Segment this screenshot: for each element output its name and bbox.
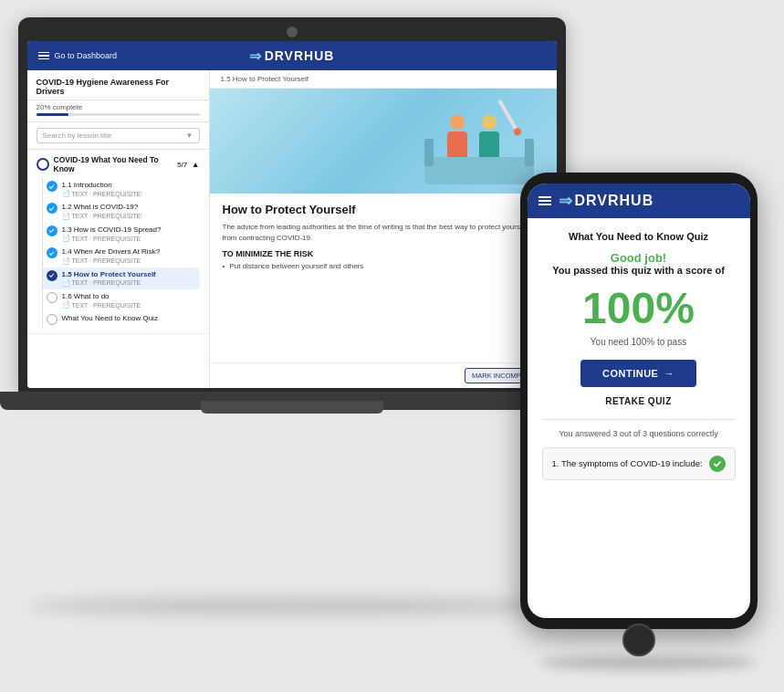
laptop-sidebar: COVID-19 Hygiene Awareness For Drivers 2… xyxy=(27,70,210,388)
lesson-meta: 📄 TEXT · PREREQUISITE xyxy=(62,257,200,265)
list-item: Put distance between yourself and others xyxy=(223,262,544,270)
lesson-info: 1.5 How to Protect Yourself 📄 TEXT · PRE… xyxy=(62,270,200,287)
lesson-meta: 📄 TEXT · PREREQUISITE xyxy=(62,235,200,242)
lesson-check-icon xyxy=(47,181,57,192)
lesson-title: 1.1 Introduction xyxy=(62,181,200,190)
main-content-area: How to Protect Yourself The advice from … xyxy=(210,194,557,362)
risk-label: TO MINIMIZE THE RISK xyxy=(223,249,544,258)
lesson-info: 1.3 How is COVID-19 Spread? 📄 TEXT · PRE… xyxy=(62,225,200,242)
sidebar-progress: 20% complete xyxy=(27,100,209,122)
mobile-logo-text: DRVRHUB xyxy=(575,193,654,209)
doc-icon: 📄 xyxy=(62,257,70,265)
answered-correctly-text: You answered 3 out of 3 questions correc… xyxy=(559,429,717,438)
list-item[interactable]: 1.2 What is COVID-19? 📄 TEXT · PREREQUIS… xyxy=(42,200,200,222)
lesson-meta: 📄 TEXT · PREREQUISITE xyxy=(62,279,200,287)
lesson-info: What You Need to Know Quiz xyxy=(62,314,200,323)
search-input[interactable]: Search by lesson title ▼ xyxy=(37,128,200,143)
section-count: 5/7 xyxy=(177,161,187,169)
mobile-logo: ⇒ DRVRHUB xyxy=(559,191,654,211)
laptop-logo: ⇒ DRVRHUB xyxy=(249,47,335,65)
dropdown-chevron-icon: ▼ xyxy=(186,131,193,140)
list-item[interactable]: 1.4 When Are Drivers At Risk? 📄 TEXT · P… xyxy=(42,245,200,267)
arrow-right-icon: → xyxy=(664,368,674,379)
content-title: How to Protect Yourself xyxy=(223,203,544,216)
divider xyxy=(542,419,736,420)
continue-label: CONTINUE xyxy=(602,368,658,379)
quiz-result-text: You passed this quiz with a score of xyxy=(552,265,725,276)
lesson-meta: 📄 TEXT · PREREQUISITE xyxy=(62,190,200,197)
laptop-nav-menu[interactable]: Go to Dashboard xyxy=(38,51,118,60)
mobile-device: ⇒ DRVRHUB What You Need to Know Quiz Goo… xyxy=(520,173,767,647)
doc-icon: 📄 xyxy=(62,235,70,242)
quiz-title: What You Need to Know Quiz xyxy=(569,231,708,242)
mobile-outer: ⇒ DRVRHUB What You Need to Know Quiz Goo… xyxy=(520,173,758,629)
lesson-unchecked-icon xyxy=(47,292,57,303)
search-placeholder: Search by lesson title xyxy=(43,131,112,140)
retake-quiz-button[interactable]: RETAKE QUIZ xyxy=(605,396,672,406)
laptop-logo-text: DRVRHUB xyxy=(265,48,335,63)
list-item[interactable]: 1.6 What to do 📄 TEXT · PREREQUISITE xyxy=(42,289,200,311)
laptop-device: Go to Dashboard ⇒ DRVRHUB COVID-19 Hygie… xyxy=(18,17,584,465)
lesson-title-active: 1.5 How to Protect Yourself xyxy=(62,270,200,279)
mobile-quiz-content: What You Need to Know Quiz Good job! You… xyxy=(528,218,750,618)
section-header[interactable]: COVID-19 What You Need To Know 5/7 ▲ xyxy=(37,155,200,173)
lesson-title: 1.2 What is COVID-19? xyxy=(62,203,200,212)
sidebar-section: COVID-19 What You Need To Know 5/7 ▲ xyxy=(27,150,209,334)
question-item: 1. The symptoms of COVID-19 include: xyxy=(542,447,736,480)
lesson-check-icon xyxy=(47,203,57,214)
sidebar-search[interactable]: Search by lesson title ▼ xyxy=(27,122,209,150)
lesson-check-icon xyxy=(47,270,57,281)
mobile-header: ⇒ DRVRHUB xyxy=(528,183,750,218)
list-item[interactable]: 1.1 Introduction 📄 TEXT · PREREQUISITE xyxy=(42,178,200,200)
doc-icon: 📄 xyxy=(62,190,70,197)
lesson-info: 1.4 When Are Drivers At Risk? 📄 TEXT · P… xyxy=(62,247,200,264)
doc-icon: 📄 xyxy=(62,279,70,287)
mobile-hamburger-icon[interactable] xyxy=(538,196,551,205)
lesson-check-icon xyxy=(47,247,57,258)
quiz-pass-requirement: You need 100% to pass xyxy=(591,337,686,347)
content-text: The advice from leading authorities at t… xyxy=(223,222,544,244)
hamburger-icon xyxy=(38,52,49,60)
doc-icon: 📄 xyxy=(62,301,70,309)
breadcrumb: 1.5 How to Protect Yourself xyxy=(210,70,557,89)
laptop-header: Go to Dashboard ⇒ DRVRHUB xyxy=(27,41,557,70)
lesson-info: 1.6 What to do 📄 TEXT · PREREQUISITE xyxy=(62,292,200,309)
continue-button[interactable]: CONTINUE → xyxy=(580,360,696,387)
question-text: 1. The symptoms of COVID-19 include: xyxy=(552,458,709,468)
laptop-camera xyxy=(287,26,298,37)
question-correct-icon xyxy=(709,456,726,472)
hero-image xyxy=(210,89,557,194)
laptop-main-content: 1.5 How to Protect Yourself xyxy=(210,70,557,388)
lesson-info: 1.2 What is COVID-19? 📄 TEXT · PREREQUIS… xyxy=(62,203,200,219)
quiz-good-job: Good job! xyxy=(611,251,666,265)
list-item[interactable]: 1.3 How is COVID-19 Spread? 📄 TEXT · PRE… xyxy=(42,223,200,245)
lesson-info: 1.1 Introduction 📄 TEXT · PREREQUISITE xyxy=(62,181,200,197)
lesson-meta: 📄 TEXT · PREREQUISITE xyxy=(62,301,200,309)
mobile-home-button[interactable] xyxy=(622,624,655,656)
lesson-title: 1.3 How is COVID-19 Spread? xyxy=(62,225,200,235)
mobile-screen: ⇒ DRVRHUB What You Need to Know Quiz Goo… xyxy=(528,183,750,618)
laptop-screen: Go to Dashboard ⇒ DRVRHUB COVID-19 Hygie… xyxy=(27,41,557,388)
list-item[interactable]: 1.5 How to Protect Yourself 📄 TEXT · PRE… xyxy=(42,267,200,289)
section-circle-icon xyxy=(37,158,49,171)
sidebar-course-title: COVID-19 Hygiene Awareness For Drivers xyxy=(27,70,209,100)
lesson-unchecked-icon xyxy=(47,314,57,325)
lesson-title: 1.6 What to do xyxy=(62,292,200,301)
quiz-score: 100% xyxy=(582,285,695,333)
logo-arrow-icon: ⇒ xyxy=(249,47,262,65)
lesson-meta: 📄 TEXT · PREREQUISITE xyxy=(62,213,200,220)
progress-bar xyxy=(37,113,200,116)
main-footer: MARK INCOMPLETE xyxy=(210,362,557,388)
section-title: COVID-19 What You Need To Know xyxy=(54,155,172,173)
list-item[interactable]: What You Need to Know Quiz xyxy=(42,311,200,328)
lesson-title: 1.4 When Are Drivers At Risk? xyxy=(62,247,200,257)
mobile-logo-arrow-icon: ⇒ xyxy=(559,191,573,211)
progress-bar-fill xyxy=(37,113,69,116)
go-to-dashboard-link[interactable]: Go to Dashboard xyxy=(55,51,118,60)
section-chevron-icon: ▲ xyxy=(192,160,199,169)
laptop-body: COVID-19 Hygiene Awareness For Drivers 2… xyxy=(27,70,557,388)
lesson-check-icon xyxy=(47,225,57,236)
doc-icon: 📄 xyxy=(62,213,70,220)
lesson-title: What You Need to Know Quiz xyxy=(62,314,200,323)
laptop-stand xyxy=(201,401,383,414)
